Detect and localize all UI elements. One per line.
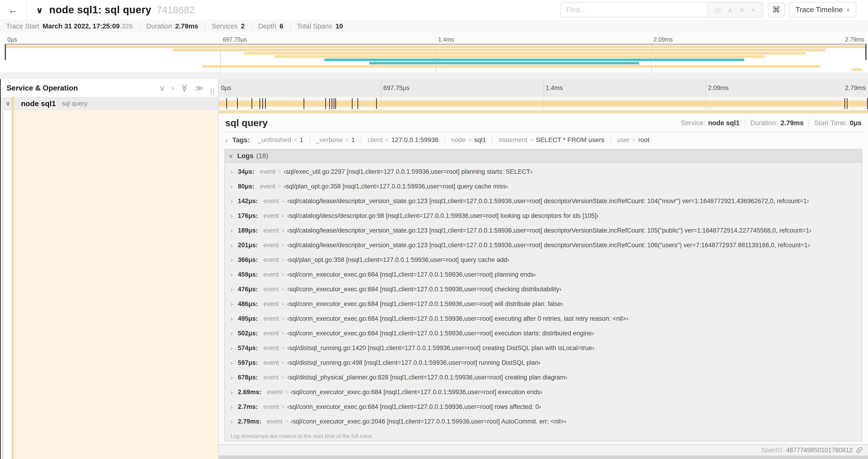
logs-header[interactable]: ∨ Logs (18) [225,150,862,163]
log-marker-tick [867,98,868,109]
detail-left-fill [14,110,218,459]
tags-row[interactable]: › Tags: _unfinished = 1 _verbose = 1 cli… [225,132,862,147]
log-field-name: event [264,359,279,366]
tick-label: 2.09ms [654,36,673,43]
log-row[interactable]: › 34μs: event = ‹sql/exec_util.go:2297 [… [225,164,862,179]
log-row[interactable]: › 80μs: event = ‹sql/plan_opt.go:358 [ns… [225,179,862,194]
trace-view-dropdown[interactable]: Trace Timeline ∨ [789,2,856,18]
log-field-name: event [264,330,279,337]
log-timestamp: 459μs: [238,271,258,278]
log-timestamp: 366μs: [238,256,258,264]
trace-meta-item: Services 2 [205,22,251,30]
log-equals: = [281,374,285,381]
tree-guide-line [2,110,3,459]
log-row[interactable]: › 2.79ms: event = ‹sql/conn_executor_exe… [225,414,862,429]
log-row[interactable]: › 2.7ms: event = ‹sql/conn_executor_exec… [225,399,862,414]
log-equals: = [278,183,281,190]
chevron-right-icon: › [230,359,232,367]
log-row[interactable]: › 2.69ms: event = ‹sql/conn_executor_exe… [225,385,862,399]
span-duration-bar[interactable] [219,101,868,107]
find-input[interactable] [560,3,707,17]
meta-label: Duration [146,22,172,30]
tick-label: 2.79ms [845,36,864,43]
tag-item: _unfinished = 1 [251,136,309,144]
minimap-scrubber-handle[interactable] [865,44,867,60]
back-button[interactable]: ← [0,0,27,20]
log-value: ‹sql/distsql_running.go:498 [nsql1,clien… [287,359,540,366]
chevron-right-icon: › [230,183,232,190]
log-row[interactable]: › 459μs: event = ‹sql/conn_executor_exec… [225,267,862,282]
log-row[interactable]: › 476μs: event = ‹sql/conn_executor_exec… [225,282,862,297]
log-row[interactable]: › 486μs: event = ‹sql/conn_executor_exec… [225,297,862,312]
log-row[interactable]: › 502μs: event = ‹sql/conn_executor_exec… [225,326,862,341]
expand-one-icon[interactable]: › [172,84,174,92]
spanid-value: 4877749850101760812 [786,447,852,454]
chevron-down-icon: ∨ [229,152,233,160]
log-timestamp: 176μs: [238,212,258,220]
detail-left-column [0,110,218,459]
tag-item: statement = SELECT * FROM users [492,136,611,144]
meta-value: 10 [336,22,343,30]
minimap-canvas[interactable] [5,44,867,73]
column-resizer[interactable] [209,89,214,94]
tag-item: client = 127.0.0.1:59936 [361,136,444,144]
log-row[interactable]: › 201μs: event = ‹sql/catalog/lease/desc… [225,238,862,253]
log-value: ‹sql/conn_executor_exec.go:2046 [nsql1,c… [291,418,566,425]
span-service-name: node sql1 [21,99,56,108]
collapse-trace-icon[interactable]: ∨ [36,5,43,15]
log-row[interactable]: › 189μs: event = ‹sql/catalog/lease/desc… [225,223,862,238]
meta-value: 2.79ms [175,22,198,30]
clear-find-icon[interactable]: × [751,6,755,14]
log-row[interactable]: › 142μs: event = ‹sql/catalog/lease/desc… [225,194,862,208]
log-row[interactable]: › 574μs: event = ‹sql/distsql_running.go… [225,341,862,355]
log-row[interactable]: › 597μs: event = ‹sql/distsql_running.go… [225,355,862,370]
log-timestamp: 189μs: [238,227,258,234]
log-row[interactable]: › 366μs: event = ‹sql/plan_opt.go:358 [n… [225,253,862,267]
minimap-scrubber-handle[interactable] [5,44,6,60]
log-value: ‹sql/conn_executor_exec.go:684 [nsql1,cl… [287,300,563,308]
tag-value: root [638,136,649,144]
log-equals: = [281,256,285,264]
span-detail-panel: sql query Service: node sql1 Duration: 2… [218,110,868,459]
logs-footnote: Log timestamps are relative to the start… [225,431,862,441]
log-equals: = [281,315,285,322]
log-row[interactable]: › 495μs: event = ‹sql/conn_executor_exec… [225,312,862,326]
expand-all-icon[interactable]: ≫ [195,84,203,93]
detail-meta-item: Duration: 2.79ms [745,119,809,127]
keyboard-shortcuts-button[interactable]: ⌘ [768,2,784,18]
log-field-name: event [260,183,275,190]
detail-meta-item: Service: node sql1 [676,119,745,127]
log-row[interactable]: › 678μs: event = ‹sql/distsql_physical_p… [225,370,862,385]
log-value: ‹sql/catalog/lease/descriptor_version_st… [287,242,810,249]
log-timestamp: 142μs: [238,198,258,205]
log-field-name: event [264,212,279,220]
span-row[interactable]: ∨ node sql1 sql query [0,97,868,110]
prev-match-icon[interactable]: ∧ [727,6,733,14]
log-row[interactable]: › 176μs: event = ‹sql/catalog/descs/desc… [225,208,862,223]
log-equals: = [285,418,288,425]
logs-section: ∨ Logs (18) › 34μs: event = ‹sql/exec_ut… [224,149,862,441]
span-collapse-icon[interactable]: ∨ [6,100,10,107]
chevron-right-icon: › [230,286,232,293]
collapse-all-icon[interactable]: ≫ [180,84,189,92]
log-field-name: event [264,315,279,322]
tag-value: 127.0.0.1:59936 [391,136,438,144]
focus-match-icon[interactable]: ◎ [715,6,721,14]
tick-label: 0μs [221,85,231,92]
log-marker-tick [334,98,334,109]
minimap-tick-labels: 0μs697.75μs1.4ms2.09ms2.79ms [5,33,867,44]
log-field-name: event [260,168,275,175]
log-value: ‹sql/plan_opt.go:358 [nsql1,client=127.0… [284,183,508,190]
log-value: ‹sql/catalog/lease/descriptor_version_st… [287,198,809,205]
deep-link-icon[interactable] [856,447,863,454]
timeline-header-row: Service & Operation ∨ › ≫ ≫ 0μs697.75μs1… [0,79,868,97]
log-value: ‹sql/exec_util.go:2297 [nsql1,client=127… [284,168,532,175]
log-marker-tick [332,98,332,109]
log-marker-tick [352,98,352,109]
next-match-icon[interactable]: ∨ [739,6,744,14]
meta-value: March 31 2022, 17:25:09 [42,22,120,30]
collapse-one-icon[interactable]: ∨ [159,84,165,93]
logs-list: › 34μs: event = ‹sql/exec_util.go:2297 [… [225,163,862,431]
span-color-stripe [12,97,14,459]
chevron-right-icon: › [230,256,232,264]
